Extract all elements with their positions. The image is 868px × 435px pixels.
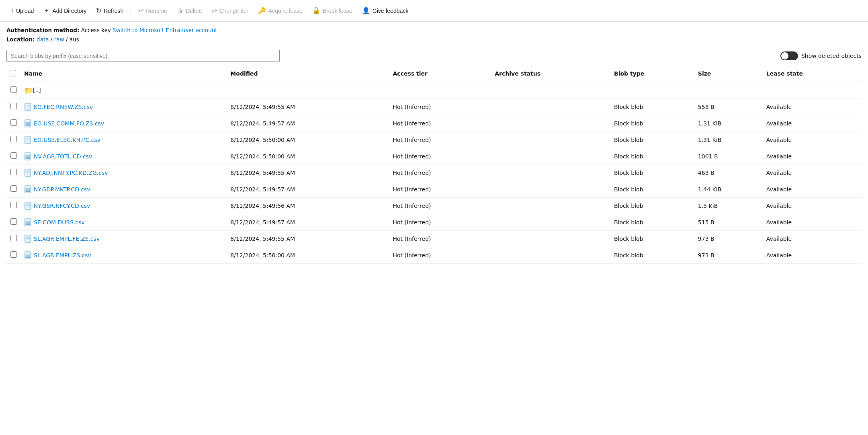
- csv-icon-6: [24, 202, 31, 210]
- col-header-name: Name: [21, 66, 227, 82]
- filename-text-7[interactable]: SE.COM.DURS.csv: [34, 219, 85, 226]
- breadcrumb-sep-1: /: [51, 36, 54, 43]
- archive-status-cell-7: [491, 214, 611, 230]
- row-checkbox-3[interactable]: [10, 152, 17, 159]
- checkbox-cell-5: [6, 181, 21, 197]
- row-checkbox-9[interactable]: [10, 251, 17, 258]
- col-header-size: Size: [695, 66, 763, 82]
- upload-label: Upload: [16, 8, 34, 14]
- csv-icon-5: [24, 185, 31, 193]
- break-lease-icon: 🔓: [312, 7, 320, 14]
- filename-text-4[interactable]: NY.ADJ.NNTY.PC.KD.ZG.csv: [34, 170, 108, 176]
- breadcrumb-raw[interactable]: raw: [54, 36, 64, 43]
- acquire-lease-button[interactable]: 🔑 Acquire lease: [254, 4, 307, 17]
- change-tier-label: Change tier: [219, 8, 248, 14]
- lease-state-cell-4: Available: [763, 164, 862, 181]
- size-cell-3: 1001 B: [695, 148, 763, 164]
- select-all-checkbox[interactable]: [10, 70, 16, 76]
- file-name-1: EG.USE.COMM.FO.ZS.csv: [24, 119, 224, 127]
- name-cell-7: SE.COM.DURS.csv: [21, 214, 227, 230]
- row-checkbox-0[interactable]: [10, 103, 17, 109]
- archive-status-cell-9: [491, 247, 611, 263]
- checkbox-cell-9: [6, 247, 21, 263]
- location-label: Location:: [6, 36, 37, 43]
- add-directory-label: Add Directory: [52, 8, 86, 14]
- breadcrumb-data[interactable]: data: [37, 36, 49, 43]
- blob-table-container: Name Modified Access tier Archive status…: [0, 66, 868, 264]
- size-cell-1: 1.31 KiB: [695, 115, 763, 131]
- filename-text-2[interactable]: EG.USE.ELEC.KH.PC.csv: [34, 137, 100, 143]
- filename-text-8[interactable]: SL.AGR.EMPL.FE.ZS.csv: [34, 236, 100, 242]
- checkbox-cell-8: [6, 230, 21, 247]
- modified-cell-4: 8/12/2024, 5:49:55 AM: [227, 164, 389, 181]
- table-row: EG.USE.COMM.FO.ZS.csv8/12/2024, 5:49:57 …: [6, 115, 862, 131]
- lease-state-cell-6: Available: [763, 197, 862, 214]
- row-checkbox-8[interactable]: [10, 235, 17, 241]
- row-checkbox-2[interactable]: [10, 136, 17, 142]
- table-row: NV.AGR.TOTL.CD.csv8/12/2024, 5:50:00 AMH…: [6, 148, 862, 164]
- table-row: SL.AGR.EMPL.ZS.csv8/12/2024, 5:50:00 AMH…: [6, 247, 862, 263]
- file-name-5: NY.GDP.MKTP.CD.csv: [24, 185, 224, 193]
- csv-icon-0: [24, 103, 31, 111]
- switch-account-link[interactable]: Switch to Microsoft Entra user account: [113, 27, 217, 33]
- lease-state-cell-5: Available: [763, 181, 862, 197]
- name-cell-0: EG.FEC.RNEW.ZS.csv: [21, 98, 227, 115]
- file-name-7: SE.COM.DURS.csv: [24, 218, 224, 226]
- row-checkbox-parent[interactable]: [10, 86, 17, 93]
- rename-button[interactable]: ↩ Rename: [134, 4, 171, 17]
- size-cell-5: 1.44 KiB: [695, 181, 763, 197]
- upload-button[interactable]: ↑ Upload: [6, 5, 38, 17]
- row-checkbox-1[interactable]: [10, 119, 17, 126]
- csv-icon-1: [24, 119, 31, 127]
- name-cell-5: NY.GDP.MKTP.CD.csv: [21, 181, 227, 197]
- blob-type-cell-5: Block blob: [611, 181, 695, 197]
- archive-status-cell-2: [491, 131, 611, 148]
- lease-state-cell-2: Available: [763, 131, 862, 148]
- refresh-button[interactable]: ↻ Refresh: [92, 4, 127, 17]
- auth-bar: Authentication method: Access key Switch…: [0, 22, 868, 46]
- name-cell-2: EG.USE.ELEC.KH.PC.csv: [21, 131, 227, 148]
- lease-state-cell-0: Available: [763, 98, 862, 115]
- lease-state-cell-9: Available: [763, 247, 862, 263]
- parent-folder-name: [..]: [33, 87, 41, 93]
- row-checkbox-7[interactable]: [10, 218, 17, 225]
- lease-state-cell-1: Available: [763, 115, 862, 131]
- row-checkbox-4[interactable]: [10, 169, 17, 175]
- lease-state-cell-8: Available: [763, 230, 862, 247]
- table-header: Name Modified Access tier Archive status…: [6, 66, 862, 82]
- access-tier-cell-6: Hot (Inferred): [390, 197, 492, 214]
- archive-status-cell-0: [491, 98, 611, 115]
- access-tier-cell-parent: [390, 82, 492, 98]
- csv-icon-4: [24, 169, 31, 177]
- toolbar-divider-1: [131, 7, 131, 15]
- add-directory-button[interactable]: ＋ Add Directory: [39, 4, 90, 17]
- checkbox-cell-0: [6, 98, 21, 115]
- show-deleted-toggle[interactable]: [780, 51, 798, 60]
- blob-table: Name Modified Access tier Archive status…: [6, 66, 862, 264]
- access-tier-cell-1: Hot (Inferred): [390, 115, 492, 131]
- rename-icon: ↩: [138, 7, 143, 14]
- filename-text-6[interactable]: NY.GSR.NFCY.CD.csv: [34, 203, 90, 209]
- change-tier-button[interactable]: ⇄ Change tier: [208, 4, 252, 17]
- table-row: NY.GSR.NFCY.CD.csv8/12/2024, 5:49:56 AMH…: [6, 197, 862, 214]
- row-checkbox-5[interactable]: [10, 185, 17, 192]
- show-deleted-row: Show deleted objects: [780, 51, 862, 60]
- row-checkbox-6[interactable]: [10, 202, 17, 208]
- filename-text-9[interactable]: SL.AGR.EMPL.ZS.csv: [34, 252, 91, 259]
- table-row: EG.USE.ELEC.KH.PC.csv8/12/2024, 5:50:00 …: [6, 131, 862, 148]
- delete-button[interactable]: 🗑 Delete: [173, 5, 206, 17]
- modified-cell-2: 8/12/2024, 5:50:00 AM: [227, 131, 389, 148]
- filename-text-0[interactable]: EG.FEC.RNEW.ZS.csv: [34, 104, 93, 110]
- col-header-lease-state: Lease state: [763, 66, 862, 82]
- access-tier-cell-9: Hot (Inferred): [390, 247, 492, 263]
- filename-text-3[interactable]: NV.AGR.TOTL.CD.csv: [34, 153, 92, 160]
- break-lease-button[interactable]: 🔓 Break lease: [308, 4, 356, 17]
- search-row: Show deleted objects: [0, 46, 868, 66]
- filename-text-1[interactable]: EG.USE.COMM.FO.ZS.csv: [34, 120, 104, 127]
- filename-text-5[interactable]: NY.GDP.MKTP.CD.csv: [34, 186, 90, 193]
- table-row: NY.ADJ.NNTY.PC.KD.ZG.csv8/12/2024, 5:49:…: [6, 164, 862, 181]
- modified-cell-0: 8/12/2024, 5:49:55 AM: [227, 98, 389, 115]
- modified-cell-9: 8/12/2024, 5:50:00 AM: [227, 247, 389, 263]
- search-input[interactable]: [6, 50, 280, 62]
- give-feedback-button[interactable]: 👤 Give feedback: [358, 4, 413, 17]
